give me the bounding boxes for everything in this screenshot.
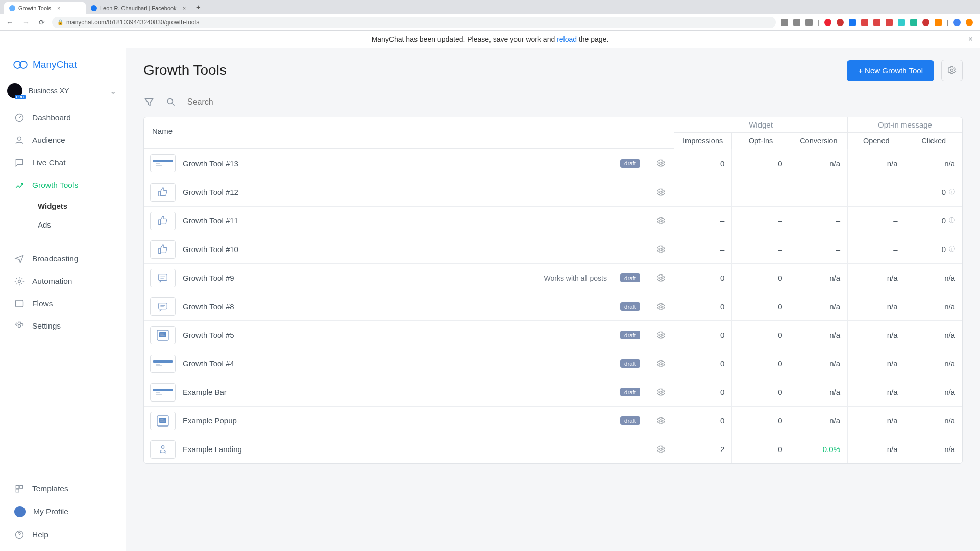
sidebar-item-broadcasting[interactable]: Broadcasting [0, 247, 126, 270]
ext-icon[interactable] [849, 19, 856, 26]
cell-conversion: n/a [790, 378, 848, 406]
row-settings-button[interactable] [654, 271, 668, 285]
filter-button[interactable] [143, 96, 155, 108]
svg-point-3 [18, 137, 21, 140]
new-tab-button[interactable]: + [191, 3, 206, 11]
table-row[interactable]: Growth Tool #10––––0ⓘ [144, 235, 962, 263]
logo[interactable]: ManyChat [0, 48, 126, 80]
sidebar-item-dashboard[interactable]: Dashboard [0, 107, 126, 129]
status-badge: draft [620, 388, 640, 396]
extension-icons: | | [781, 19, 976, 26]
table-row[interactable]: Growth Tool #8draft00n/an/an/a [144, 292, 962, 320]
growth-icon [14, 180, 24, 190]
profile-icon[interactable] [953, 19, 961, 26]
url-field[interactable]: 🔒 manychat.com/fb181039443240830/growth-… [52, 17, 776, 28]
row-settings-button[interactable] [654, 357, 668, 370]
ext-icon[interactable] [898, 19, 905, 26]
col-impressions: Impressions [674, 133, 732, 149]
cell-clicked: 0ⓘ [905, 235, 963, 263]
search-input[interactable] [187, 97, 340, 107]
cell-impressions: 0 [674, 407, 732, 435]
cell-opened: n/a [848, 349, 905, 378]
ext-icon[interactable] [781, 19, 788, 26]
close-icon[interactable]: × [183, 5, 186, 11]
table-row[interactable]: Growth Tool #11––––0ⓘ [144, 206, 962, 235]
chat-icon [14, 158, 24, 168]
table-row[interactable]: Growth Tool #12––––0ⓘ [144, 178, 962, 206]
account-selector[interactable]: Business XY ⌄ [0, 80, 126, 107]
help-icon[interactable]: ⓘ [949, 188, 955, 196]
table-row[interactable]: Example Bardraft00n/an/an/a [144, 378, 962, 406]
ext-icon[interactable] [873, 19, 880, 26]
forward-button[interactable]: → [20, 17, 32, 28]
row-settings-button[interactable] [654, 414, 668, 428]
sidebar-item-templates[interactable]: Templates [0, 478, 126, 500]
svg-point-36 [660, 391, 663, 393]
sidebar-item-help[interactable]: Help [0, 523, 126, 546]
cell-conversion: n/a [790, 264, 848, 292]
sidebar-item-profile[interactable]: My Profile [0, 500, 126, 523]
col-group-optin: Opt-in message [848, 117, 962, 133]
row-settings-button[interactable] [654, 386, 668, 399]
help-icon[interactable]: ⓘ [949, 245, 955, 254]
svg-rect-31 [156, 365, 162, 366]
ext-icon[interactable] [886, 19, 893, 26]
row-settings-button[interactable] [654, 214, 668, 228]
ext-icon[interactable] [935, 19, 942, 26]
nav-label: Growth Tools [32, 181, 78, 190]
reload-link[interactable]: reload [557, 35, 577, 43]
close-icon[interactable]: × [57, 5, 60, 11]
sidebar-item-automation[interactable]: Automation [0, 270, 126, 292]
table-row[interactable]: Growth Tool #5draft00n/an/an/a [144, 320, 962, 349]
cell-optins: 0 [732, 349, 790, 378]
back-button[interactable]: ← [4, 17, 15, 28]
sidebar-item-livechat[interactable]: Live Chat [0, 152, 126, 174]
cell-opened: n/a [848, 435, 905, 463]
sidebar-subitem-widgets[interactable]: Widgets [0, 196, 126, 215]
svg-rect-20 [159, 274, 167, 280]
sidebar-item-flows[interactable]: Flows [0, 292, 126, 315]
close-icon[interactable]: × [968, 35, 973, 44]
page-settings-button[interactable] [941, 60, 963, 81]
ext-icon[interactable] [805, 19, 813, 26]
cell-clicked: n/a [905, 292, 963, 320]
row-settings-button[interactable] [654, 329, 668, 342]
row-settings-button[interactable] [654, 300, 668, 313]
cell-conversion: n/a [790, 349, 848, 378]
table-row[interactable]: Example Landing200.0%n/an/a [144, 435, 962, 463]
svg-rect-26 [160, 334, 163, 334]
sidebar-subitem-ads[interactable]: Ads [0, 215, 126, 234]
cell-impressions: – [674, 207, 732, 235]
ext-icon[interactable] [837, 19, 844, 26]
row-settings-button[interactable] [654, 443, 668, 456]
svg-point-21 [660, 277, 663, 279]
status-badge: draft [620, 159, 640, 168]
ext-icon[interactable] [966, 19, 973, 26]
sidebar-item-growth-tools[interactable]: Growth Tools [0, 174, 126, 196]
ext-icon[interactable] [861, 19, 868, 26]
browser-tab-1[interactable]: Leon R. Chaudhari | Facebook × [86, 2, 191, 14]
tool-name: Growth Tool #13 [183, 159, 613, 168]
browser-tab-0[interactable]: Growth Tools × [4, 2, 86, 14]
table-row[interactable]: Example Popupdraft00n/an/an/a [144, 406, 962, 435]
table-row[interactable]: Growth Tool #9Works with all postsdraft0… [144, 263, 962, 292]
sidebar-item-audience[interactable]: Audience [0, 129, 126, 152]
sidebar-item-settings[interactable]: Settings [0, 315, 126, 337]
table-row[interactable]: Growth Tool #13draft00n/an/an/a [144, 149, 962, 178]
svg-rect-35 [156, 394, 162, 395]
ext-icon[interactable] [910, 19, 917, 26]
reload-button[interactable]: ⟳ [37, 17, 47, 28]
help-icon[interactable]: ⓘ [949, 216, 955, 225]
row-settings-button[interactable] [654, 243, 668, 256]
row-settings-button[interactable] [654, 186, 668, 199]
ext-icon[interactable] [922, 19, 929, 26]
new-growth-tool-button[interactable]: + New Growth Tool [847, 60, 934, 81]
cell-clicked: n/a [905, 378, 963, 406]
automation-icon [14, 276, 24, 286]
row-settings-button[interactable] [654, 157, 668, 170]
ext-icon[interactable] [824, 19, 831, 26]
table-row[interactable]: Growth Tool #4draft00n/an/an/a [144, 349, 962, 378]
tool-name: Growth Tool #12 [183, 188, 647, 196]
ext-icon[interactable] [793, 19, 800, 26]
cell-impressions: 0 [674, 292, 732, 320]
